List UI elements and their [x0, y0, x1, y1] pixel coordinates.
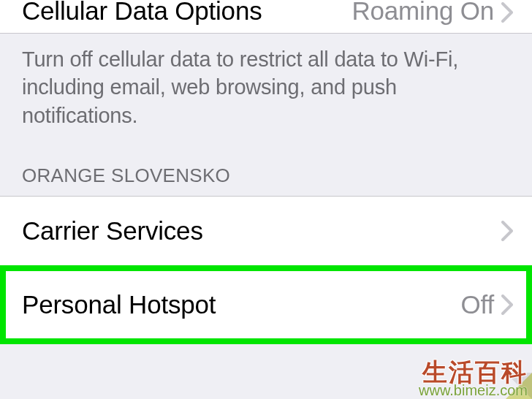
- cell-label: Personal Hotspot: [22, 290, 216, 319]
- cell-right-group: Off: [461, 290, 513, 319]
- chevron-right-icon: [501, 294, 513, 315]
- cellular-data-description: Turn off cellular data to restrict all d…: [0, 34, 532, 142]
- cell-carrier-services[interactable]: Carrier Services: [0, 196, 532, 266]
- settings-screen: Cellular Data Options Roaming On Turn of…: [0, 0, 532, 399]
- section-header-carrier: ORANGE SLOVENSKO: [0, 142, 532, 196]
- highlight-box: Personal Hotspot Off: [0, 265, 532, 344]
- cell-label: Cellular Data Options: [22, 0, 262, 22]
- cell-value: Roaming On: [352, 0, 494, 22]
- cell-label: Carrier Services: [22, 216, 203, 246]
- cell-value: Off: [461, 290, 494, 319]
- corner-fold-icon: [506, 373, 532, 399]
- cell-right-group: Roaming On: [352, 0, 513, 22]
- chevron-right-icon: [501, 2, 513, 23]
- cell-cellular-data-options[interactable]: Cellular Data Options Roaming On: [0, 0, 532, 34]
- chevron-right-icon: [501, 221, 513, 241]
- cell-right-group: [501, 221, 513, 241]
- cell-personal-hotspot[interactable]: Personal Hotspot Off: [6, 271, 526, 338]
